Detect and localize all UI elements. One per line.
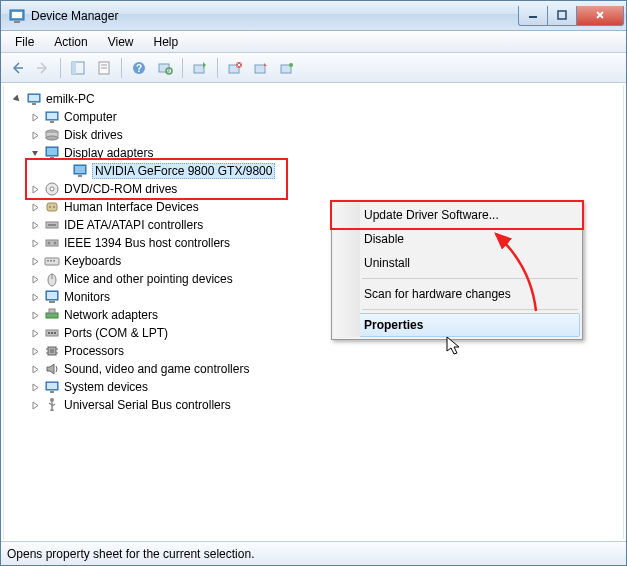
show-hide-tree-button[interactable] bbox=[66, 56, 90, 80]
tree-node[interactable]: Disk drives bbox=[6, 126, 621, 144]
expand-icon[interactable] bbox=[28, 218, 42, 232]
svg-point-28 bbox=[46, 136, 58, 140]
disk-icon bbox=[44, 127, 60, 143]
svg-rect-61 bbox=[50, 349, 54, 353]
svg-rect-47 bbox=[50, 260, 52, 262]
system-icon bbox=[44, 379, 60, 395]
svg-text:?: ? bbox=[136, 63, 142, 74]
svg-rect-53 bbox=[49, 301, 55, 303]
menu-view[interactable]: View bbox=[100, 33, 142, 51]
expand-icon[interactable] bbox=[28, 344, 42, 358]
enable-button[interactable] bbox=[275, 56, 299, 80]
tree-node[interactable]: Display adapters bbox=[6, 144, 621, 162]
display-icon bbox=[72, 163, 88, 179]
svg-point-38 bbox=[49, 206, 51, 208]
svg-rect-37 bbox=[47, 203, 57, 211]
tree-node-label: Display adapters bbox=[64, 146, 153, 160]
expand-icon[interactable] bbox=[28, 380, 42, 394]
expand-icon[interactable] bbox=[28, 272, 42, 286]
tree-node[interactable]: NVIDIA GeForce 9800 GTX/9800 bbox=[6, 162, 621, 180]
svg-rect-17 bbox=[255, 65, 265, 73]
close-button[interactable] bbox=[576, 6, 624, 26]
dvd-icon bbox=[44, 181, 60, 197]
expand-icon[interactable] bbox=[28, 290, 42, 304]
tree-node-label: Disk drives bbox=[64, 128, 123, 142]
expand-icon[interactable] bbox=[28, 182, 42, 196]
tree-node-label: IEEE 1394 Bus host controllers bbox=[64, 236, 230, 250]
statusbar-text: Opens property sheet for the current sel… bbox=[7, 547, 254, 561]
svg-point-44 bbox=[54, 242, 57, 245]
tree-node[interactable]: DVD/CD-ROM drives bbox=[6, 180, 621, 198]
expand-icon[interactable] bbox=[28, 254, 42, 268]
minimize-button[interactable] bbox=[518, 6, 548, 26]
svg-point-36 bbox=[50, 187, 54, 191]
update-driver-button[interactable] bbox=[188, 56, 212, 80]
svg-rect-52 bbox=[47, 292, 57, 299]
expand-icon[interactable] bbox=[28, 110, 42, 124]
svg-rect-54 bbox=[46, 313, 58, 318]
expand-icon[interactable] bbox=[28, 236, 42, 250]
scan-hardware-button[interactable] bbox=[153, 56, 177, 80]
svg-rect-14 bbox=[194, 65, 204, 73]
svg-rect-34 bbox=[78, 175, 82, 177]
mouse-icon bbox=[44, 271, 60, 287]
ctx-properties[interactable]: Properties bbox=[334, 313, 580, 337]
help-button[interactable]: ? bbox=[127, 56, 151, 80]
expand-icon[interactable] bbox=[28, 326, 42, 340]
disable-button[interactable] bbox=[249, 56, 273, 80]
window-title: Device Manager bbox=[31, 9, 118, 23]
expand-icon[interactable] bbox=[28, 398, 42, 412]
ctx-update-driver[interactable]: Update Driver Software... bbox=[334, 203, 580, 227]
tree-node-label: Ports (COM & LPT) bbox=[64, 326, 168, 340]
properties-button[interactable] bbox=[92, 56, 116, 80]
statusbar: Opens property sheet for the current sel… bbox=[1, 541, 626, 565]
ctx-scan-hardware[interactable]: Scan for hardware changes bbox=[334, 282, 580, 306]
tree-node[interactable]: Processors bbox=[6, 342, 621, 360]
ctx-uninstall[interactable]: Uninstall bbox=[334, 251, 580, 275]
tree-node[interactable]: System devices bbox=[6, 378, 621, 396]
monitor-icon bbox=[44, 289, 60, 305]
tree-node-label: Human Interface Devices bbox=[64, 200, 199, 214]
svg-rect-4 bbox=[558, 11, 566, 19]
tree-node-label: Sound, video and game controllers bbox=[64, 362, 249, 376]
ide-icon bbox=[44, 217, 60, 233]
forward-button[interactable] bbox=[31, 56, 55, 80]
uninstall-button[interactable] bbox=[223, 56, 247, 80]
svg-rect-46 bbox=[47, 260, 49, 262]
svg-rect-1 bbox=[12, 12, 22, 18]
svg-rect-41 bbox=[48, 224, 56, 226]
svg-rect-6 bbox=[72, 62, 76, 74]
svg-rect-55 bbox=[49, 309, 55, 313]
svg-rect-22 bbox=[32, 103, 36, 105]
svg-point-39 bbox=[53, 206, 55, 208]
svg-rect-21 bbox=[29, 95, 39, 101]
usb-icon bbox=[44, 397, 60, 413]
svg-rect-33 bbox=[75, 166, 85, 173]
ctx-disable[interactable]: Disable bbox=[334, 227, 580, 251]
maximize-button[interactable] bbox=[547, 6, 577, 26]
collapse-icon[interactable] bbox=[28, 146, 42, 160]
expand-icon[interactable] bbox=[28, 362, 42, 376]
svg-rect-71 bbox=[51, 409, 54, 411]
svg-point-69 bbox=[50, 398, 54, 402]
titlebar[interactable]: Device Manager bbox=[1, 1, 626, 31]
tree-node[interactable]: Universal Serial Bus controllers bbox=[6, 396, 621, 414]
expand-icon[interactable] bbox=[28, 308, 42, 322]
tree-node[interactable]: Computer bbox=[6, 108, 621, 126]
menu-help[interactable]: Help bbox=[146, 33, 187, 51]
tree-node-label: Processors bbox=[64, 344, 124, 358]
back-button[interactable] bbox=[5, 56, 29, 80]
svg-point-57 bbox=[48, 332, 50, 334]
tree-node[interactable]: Sound, video and game controllers bbox=[6, 360, 621, 378]
hid-icon bbox=[44, 199, 60, 215]
expand-icon[interactable] bbox=[28, 200, 42, 214]
svg-rect-2 bbox=[14, 21, 20, 23]
computer-icon bbox=[26, 91, 42, 107]
collapse-icon[interactable] bbox=[10, 92, 24, 106]
window-controls bbox=[519, 6, 624, 26]
menu-action[interactable]: Action bbox=[46, 33, 95, 51]
tree-root[interactable]: emilk-PC bbox=[6, 90, 621, 108]
expand-icon[interactable] bbox=[28, 128, 42, 142]
context-menu: Update Driver Software... Disable Uninst… bbox=[331, 200, 583, 340]
menu-file[interactable]: File bbox=[7, 33, 42, 51]
